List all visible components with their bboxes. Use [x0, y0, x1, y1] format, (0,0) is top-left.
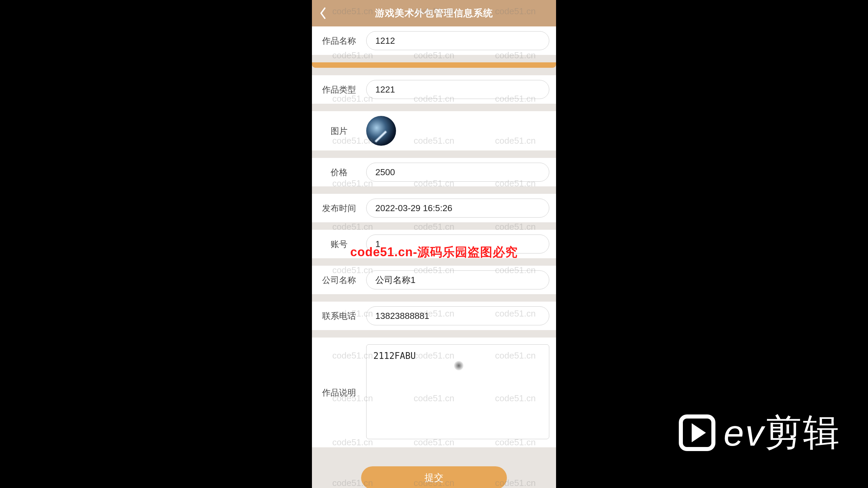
- back-button[interactable]: [318, 7, 328, 19]
- publish-time-input[interactable]: [366, 199, 549, 218]
- form-body: 作品名称 作品类型 图片: [312, 26, 556, 488]
- field-phone: 联系电话: [312, 302, 556, 330]
- publish-time-label: 发布时间: [312, 203, 366, 214]
- work-name-label: 作品名称: [312, 35, 366, 46]
- ev-logo: ev 剪辑: [679, 408, 841, 458]
- field-company: 公司名称: [312, 266, 556, 294]
- app-screen: 游戏美术外包管理信息系统 作品名称 作品类型 图片: [312, 0, 556, 488]
- image-thumbnail[interactable]: [366, 116, 396, 146]
- image-label: 图片: [312, 125, 366, 137]
- chevron-left-icon: [320, 7, 327, 19]
- field-account: 账号: [312, 230, 556, 258]
- price-label: 价格: [312, 167, 366, 178]
- page-title: 游戏美术外包管理信息系统: [312, 7, 556, 20]
- account-input[interactable]: [366, 235, 549, 253]
- submit-button[interactable]: 提交: [361, 466, 507, 488]
- work-type-input[interactable]: [366, 80, 549, 99]
- company-input[interactable]: [366, 270, 549, 289]
- phone-input[interactable]: [366, 306, 549, 325]
- account-label: 账号: [312, 239, 366, 250]
- divider: [312, 62, 556, 68]
- ev-brand-text: ev: [724, 412, 765, 454]
- field-work-name: 作品名称: [312, 26, 556, 55]
- field-work-type: 作品类型: [312, 75, 556, 104]
- ev-brand-cut: 剪辑: [765, 408, 841, 458]
- desc-label: 作品说明: [312, 387, 366, 398]
- field-price: 价格: [312, 158, 556, 186]
- field-image: 图片: [312, 111, 556, 150]
- field-publish-time: 发布时间: [312, 194, 556, 222]
- price-input[interactable]: [366, 163, 549, 182]
- work-type-label: 作品类型: [312, 84, 366, 95]
- field-desc: 作品说明: [312, 338, 556, 447]
- company-label: 公司名称: [312, 274, 366, 286]
- submit-wrap: 提交: [312, 455, 556, 488]
- phone-label: 联系电话: [312, 310, 366, 322]
- work-name-input[interactable]: [366, 31, 549, 50]
- play-icon: [679, 414, 715, 451]
- desc-textarea[interactable]: [366, 344, 549, 439]
- app-header: 游戏美术外包管理信息系统: [312, 0, 556, 26]
